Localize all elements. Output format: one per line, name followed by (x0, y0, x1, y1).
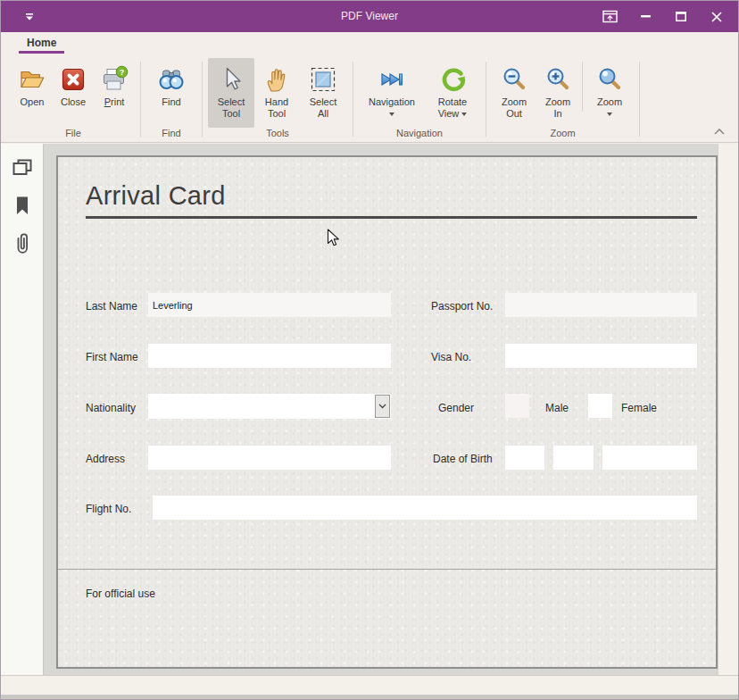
minimize-icon (641, 15, 651, 18)
magnifier-minus-icon (500, 62, 528, 96)
ribbon-group-file: Open Close (8, 58, 138, 142)
pdf-page: Arrival Card Last Name First Name Nation… (56, 155, 718, 669)
hand-tool-label-line1: Hand (265, 96, 288, 108)
ribbon-group-separator (582, 62, 583, 112)
group-label-tools: Tools (204, 128, 351, 142)
tab-home[interactable]: Home (19, 32, 64, 54)
window-bottom-edge (1, 695, 738, 699)
navigation-button[interactable]: Navigation (359, 58, 425, 128)
zoom-out-label-line1: Zoom (502, 96, 527, 108)
page-thumbnails-button[interactable] (1, 153, 43, 185)
zoom-out-button[interactable]: Zoom Out (492, 58, 536, 128)
title-underline (86, 216, 697, 219)
nationality-dropdown-button[interactable] (375, 395, 390, 418)
navigation-button-label: Navigation (369, 96, 415, 108)
hand-icon (262, 62, 291, 96)
address-field[interactable] (148, 446, 391, 470)
ribbon-display-options-icon (602, 10, 618, 23)
visa-no-label: Visa No. (431, 351, 471, 363)
ribbon-group-separator (140, 62, 141, 137)
svg-text:?: ? (120, 68, 125, 77)
gender-male-checkbox[interactable] (505, 394, 529, 418)
dropdown-arrow-icon (607, 112, 612, 116)
select-tool-label-line1: Select (218, 96, 245, 108)
close-document-button[interactable]: Close (53, 58, 94, 128)
rotate-arrow-icon (438, 62, 467, 96)
close-button[interactable] (699, 1, 735, 32)
ribbon: Open Close (1, 58, 738, 143)
passport-no-field[interactable] (505, 293, 697, 317)
close-document-icon (59, 62, 87, 96)
official-use-label: For official use (86, 588, 155, 600)
rotate-view-button[interactable]: Rotate View (425, 58, 480, 128)
dob-field-2[interactable] (553, 446, 594, 470)
paperclip-icon (12, 231, 32, 256)
visa-no-field[interactable] (505, 344, 697, 368)
hand-tool-button[interactable]: Hand Tool (254, 58, 299, 128)
zoom-in-label-line2: In (545, 108, 570, 120)
open-button-label: Open (21, 96, 45, 108)
select-all-label-line2: All (310, 108, 337, 120)
hand-tool-label-line2: Tool (265, 108, 288, 120)
quick-access-toolbar-button[interactable] (21, 8, 38, 26)
vertical-scrollbar[interactable] (718, 144, 738, 675)
last-name-field[interactable] (148, 293, 391, 317)
group-label-navigation: Navigation (355, 128, 484, 142)
flight-no-field[interactable] (153, 496, 697, 520)
find-button[interactable]: Find (146, 58, 196, 128)
zoom-out-label-line2: Out (502, 108, 527, 120)
ribbon-display-options-button[interactable] (592, 1, 627, 32)
gender-female-label: Female (621, 402, 657, 414)
find-button-label: Find (162, 96, 180, 108)
last-name-label: Last Name (86, 300, 137, 312)
pdf-viewer-window: PDF Viewer (0, 0, 739, 700)
open-button[interactable]: Open (12, 58, 53, 128)
dob-field-1[interactable] (505, 446, 544, 470)
attachments-button[interactable] (1, 228, 43, 260)
gender-female-checkbox[interactable] (588, 394, 612, 418)
ribbon-group-separator (486, 62, 486, 137)
magnifier-plus-icon (544, 62, 572, 96)
cursor-arrow-icon (217, 62, 245, 96)
print-button-label: Print (104, 96, 125, 108)
rotate-view-label-line2: View (438, 108, 460, 119)
maximize-button[interactable] (663, 1, 699, 32)
nationality-label: Nationality (86, 402, 136, 414)
select-tool-label-line2: Tool (218, 108, 245, 120)
select-tool-button[interactable]: Select Tool (208, 58, 254, 128)
open-folder-icon (18, 62, 46, 96)
nationality-dropdown[interactable] (148, 394, 391, 419)
gender-label: Gender (438, 402, 474, 414)
form-title: Arrival Card (86, 181, 226, 211)
group-label-file: File (8, 128, 138, 142)
ribbon-group-zoom: Zoom Out Zoom (488, 58, 637, 142)
horizontal-scrollbar[interactable] (1, 675, 738, 696)
maximize-icon (676, 12, 686, 21)
chevron-up-icon (714, 129, 725, 135)
main-area: Arrival Card Last Name First Name Nation… (1, 144, 738, 675)
binoculars-icon (157, 62, 186, 96)
bookmarks-button[interactable] (1, 190, 43, 222)
group-label-find: Find (143, 128, 200, 142)
magnifier-icon (595, 62, 624, 96)
ribbon-group-find: Find Find (143, 58, 200, 142)
ribbon-tabs-row: Home (1, 32, 738, 58)
document-canvas[interactable]: Arrival Card Last Name First Name Nation… (44, 144, 718, 675)
bookmarks-icon (12, 195, 33, 218)
window-controls (592, 1, 735, 32)
print-button[interactable]: ? Print (94, 58, 135, 128)
dob-field-3[interactable] (602, 446, 697, 470)
first-name-field[interactable] (148, 344, 391, 368)
zoom-button[interactable]: Zoom (585, 58, 634, 128)
collapse-ribbon-button[interactable] (711, 125, 727, 138)
dropdown-arrow-icon (461, 112, 467, 116)
zoom-in-button[interactable]: Zoom In (536, 58, 579, 128)
flight-no-label: Flight No. (86, 503, 131, 515)
chevron-down-icon (378, 404, 386, 409)
date-of-birth-label: Date of Birth (433, 453, 493, 465)
minimize-button[interactable] (627, 1, 663, 32)
select-all-button[interactable]: Select All (299, 58, 347, 128)
zoom-button-label: Zoom (597, 96, 622, 108)
ribbon-group-tools: Select Tool Hand Tool (204, 58, 351, 142)
close-icon (711, 12, 722, 22)
